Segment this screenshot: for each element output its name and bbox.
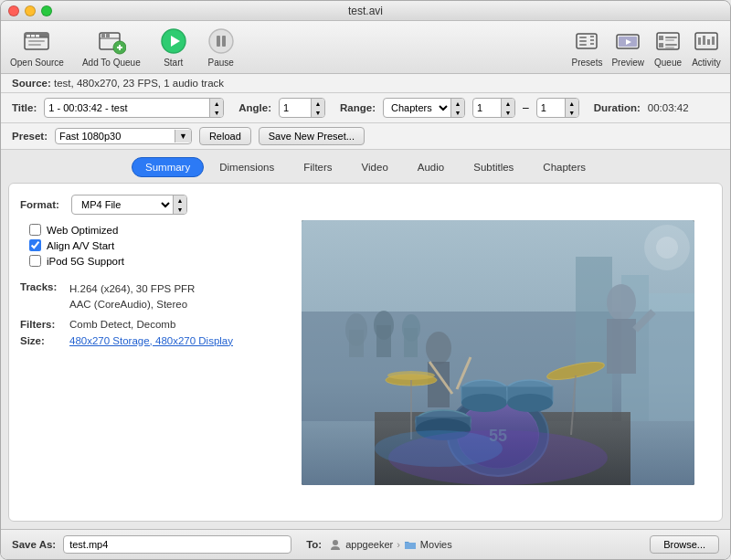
source-value: test, 480x270, 23 FPS, 1 audio track bbox=[54, 78, 224, 89]
filters-info-row: Filters: Comb Detect, Decomb bbox=[20, 319, 285, 330]
size-value[interactable]: 480x270 Storage, 480x270 Display bbox=[69, 335, 233, 346]
open-source-button[interactable]: Open Source bbox=[10, 26, 64, 68]
save-preset-button[interactable]: Save New Preset... bbox=[259, 127, 365, 145]
queue-button[interactable]: Queue bbox=[653, 26, 683, 68]
presets-icon bbox=[572, 26, 601, 56]
folder-icon bbox=[404, 539, 417, 550]
web-optimized-label: Web Optimized bbox=[47, 225, 118, 236]
preset-input[interactable] bbox=[56, 129, 175, 143]
open-source-label: Open Source bbox=[10, 58, 64, 68]
range-type-select[interactable]: Chapters Seconds Frames bbox=[384, 100, 450, 116]
path-arrow: › bbox=[397, 539, 400, 550]
range-step-down[interactable]: ▼ bbox=[451, 108, 464, 117]
svg-rect-33 bbox=[665, 39, 674, 41]
range-label: Range: bbox=[340, 102, 376, 113]
tab-summary[interactable]: Summary bbox=[132, 157, 204, 177]
path-display: appgeeker › Movies bbox=[329, 538, 452, 551]
svg-rect-40 bbox=[707, 39, 710, 45]
tab-filters[interactable]: Filters bbox=[290, 157, 345, 177]
start-button[interactable]: Start bbox=[159, 26, 188, 68]
preview-scene: 55 bbox=[302, 220, 694, 485]
svg-rect-36 bbox=[665, 47, 674, 48]
range-to-input[interactable] bbox=[537, 100, 565, 115]
web-optimized-checkbox[interactable]: Web Optimized bbox=[29, 224, 285, 236]
range-type-wrap[interactable]: Chapters Seconds Frames ▲ ▼ bbox=[383, 98, 465, 118]
format-step-down[interactable]: ▼ bbox=[174, 205, 186, 214]
svg-rect-52 bbox=[404, 328, 418, 357]
tab-audio[interactable]: Audio bbox=[404, 157, 458, 177]
duration-value: 00:03:42 bbox=[648, 102, 689, 113]
title-label: Title: bbox=[12, 102, 37, 113]
title-step-up[interactable]: ▲ bbox=[210, 99, 223, 108]
range-from-input[interactable] bbox=[473, 100, 501, 115]
browse-button[interactable]: Browse... bbox=[650, 535, 719, 554]
preview-button[interactable]: Preview bbox=[611, 26, 644, 68]
svg-rect-46 bbox=[649, 293, 694, 421]
svg-rect-50 bbox=[376, 325, 391, 357]
main-content: Summary Dimensions Filters Video Audio S… bbox=[1, 150, 730, 529]
queue-label: Queue bbox=[654, 58, 682, 68]
activity-button[interactable]: Activity bbox=[692, 26, 721, 68]
pause-icon bbox=[207, 26, 236, 56]
title-select-wrap[interactable]: ▲ ▼ bbox=[44, 98, 224, 118]
tab-chapters[interactable]: Chapters bbox=[529, 157, 599, 177]
preset-dropdown-icon[interactable]: ▼ bbox=[175, 130, 191, 143]
range-to-stepper: ▲ ▼ bbox=[565, 99, 578, 117]
angle-stepper: ▲ ▼ bbox=[311, 99, 324, 117]
size-row: Size: 480x270 Storage, 480x270 Display bbox=[20, 335, 285, 346]
tab-dimensions[interactable]: Dimensions bbox=[206, 157, 288, 177]
preset-row: Preset: ▼ Reload Save New Preset... bbox=[1, 123, 730, 150]
format-select-wrap[interactable]: MP4 File MKV File WebM File ▲ ▼ bbox=[71, 195, 187, 215]
range-step-up[interactable]: ▲ bbox=[451, 99, 464, 108]
presets-label: Presets bbox=[572, 58, 603, 68]
close-button[interactable] bbox=[8, 5, 19, 16]
presets-button[interactable]: Presets bbox=[572, 26, 603, 68]
svg-point-83 bbox=[333, 540, 338, 545]
align-av-input[interactable] bbox=[29, 239, 41, 251]
range-from-down[interactable]: ▼ bbox=[502, 108, 514, 117]
duration-label: Duration: bbox=[594, 102, 641, 113]
start-icon bbox=[159, 26, 188, 56]
web-optimized-input[interactable] bbox=[29, 224, 41, 236]
title-input[interactable] bbox=[45, 100, 209, 115]
ipod-input[interactable] bbox=[29, 255, 41, 267]
align-av-checkbox[interactable]: Align A/V Start bbox=[29, 239, 285, 251]
source-bar: Source: test, 480x270, 23 FPS, 1 audio t… bbox=[1, 74, 730, 93]
pause-button[interactable]: Pause bbox=[207, 26, 236, 68]
angle-step-up[interactable]: ▲ bbox=[312, 99, 324, 108]
add-to-queue-button[interactable]: Add To Queue bbox=[82, 26, 141, 68]
svg-rect-10 bbox=[101, 34, 105, 37]
tab-subtitles[interactable]: Subtitles bbox=[460, 157, 527, 177]
size-label: Size: bbox=[20, 335, 64, 346]
format-select[interactable]: MP4 File MKV File WebM File bbox=[72, 196, 173, 213]
path-user: appgeeker bbox=[345, 539, 393, 550]
pause-label: Pause bbox=[208, 58, 234, 68]
svg-rect-31 bbox=[659, 36, 663, 40]
maximize-button[interactable] bbox=[41, 5, 52, 16]
range-to-down[interactable]: ▼ bbox=[566, 108, 578, 117]
filters-info-value: Comb Detect, Decomb bbox=[69, 319, 175, 330]
angle-input[interactable] bbox=[280, 100, 307, 115]
add-to-queue-label: Add To Queue bbox=[82, 58, 141, 68]
minimize-button[interactable] bbox=[25, 5, 36, 16]
toolbar-right: Presets Preview bbox=[572, 26, 721, 68]
svg-rect-23 bbox=[579, 44, 587, 46]
svg-point-66 bbox=[387, 371, 435, 380]
range-to-wrap[interactable]: ▲ ▼ bbox=[536, 98, 579, 118]
tab-video[interactable]: Video bbox=[348, 157, 402, 177]
format-step-up[interactable]: ▲ bbox=[174, 195, 186, 205]
reload-button[interactable]: Reload bbox=[199, 127, 251, 145]
ipod-checkbox[interactable]: iPod 5G Support bbox=[29, 255, 285, 267]
range-from-wrap[interactable]: ▲ ▼ bbox=[472, 98, 515, 118]
save-as-input[interactable] bbox=[63, 535, 291, 554]
activity-icon bbox=[692, 26, 721, 56]
format-stepper: ▲ ▼ bbox=[173, 195, 186, 214]
user-icon bbox=[329, 538, 342, 551]
range-from-up[interactable]: ▲ bbox=[502, 99, 514, 108]
svg-rect-6 bbox=[28, 40, 45, 42]
angle-step-down[interactable]: ▼ bbox=[312, 108, 324, 117]
range-to-up[interactable]: ▲ bbox=[566, 99, 578, 108]
title-step-down[interactable]: ▼ bbox=[210, 108, 223, 117]
toolbar: Open Source Add To Queue bbox=[1, 21, 730, 74]
preset-select-wrap[interactable]: ▼ bbox=[55, 128, 192, 144]
